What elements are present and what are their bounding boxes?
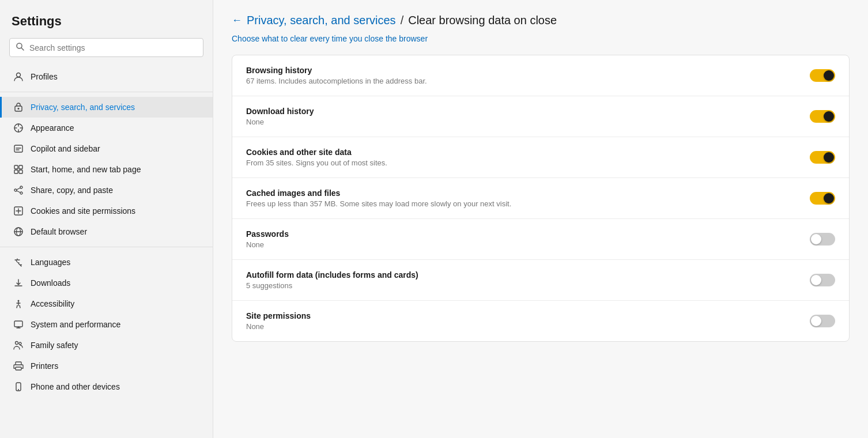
profile-icon [13,71,24,82]
svg-point-20 [19,342,21,345]
breadcrumb-separator: / [401,14,404,27]
setting-row-passwords: PasswordsNone [232,219,849,260]
toggle-browsing-history[interactable] [810,69,835,82]
setting-row-cookies-site-data: Cookies and other site dataFrom 35 sites… [232,137,849,178]
setting-desc: 67 items. Includes autocompletions in th… [246,77,810,85]
setting-title: Site permissions [246,311,810,320]
sidebar-item-appearance[interactable]: Appearance [0,118,213,138]
printer-icon [13,361,24,371]
setting-desc: None [246,322,810,331]
phone-icon [13,382,24,392]
svg-rect-10 [19,170,22,173]
sidebar-item-label: Phone and other devices [31,382,120,391]
toggle-slider [810,69,835,82]
sidebar-item-accessibility[interactable]: Accessibility [0,293,213,314]
sidebar-item-copilot[interactable]: Copilot and sidebar [0,138,213,159]
sidebar-item-label: Privacy, search, and services [31,103,135,112]
setting-desc: From 35 sites. Signs you out of most sit… [246,158,810,167]
sidebar-item-printers[interactable]: Printers [0,356,213,376]
toggle-autofill[interactable] [810,274,835,286]
toggle-slider [810,192,835,205]
sidebar-item-cookies[interactable]: Cookies and site permissions [0,201,213,221]
toggle-site-permissions[interactable] [810,315,835,327]
sidebar-item-label: Default browser [31,227,87,236]
svg-rect-22 [16,367,21,370]
download-icon [13,278,24,288]
svg-rect-21 [16,362,21,365]
breadcrumb-parent[interactable]: Privacy, search, and services [247,14,396,27]
svg-rect-18 [14,321,22,327]
sidebar-item-label: Profiles [31,72,58,81]
sidebar: Settings ProfilesPrivacy, search, and se… [0,0,213,438]
setting-info: Cached images and filesFrees up less tha… [246,188,810,208]
svg-point-2 [17,73,21,77]
sidebar-item-start[interactable]: Start, home, and new tab page [0,159,213,180]
toggle-slider [810,233,835,246]
back-button[interactable]: ← [232,14,242,27]
setting-desc: Frees up less than 357 MB. Some sites ma… [246,199,810,208]
toggle-passwords[interactable] [810,233,835,246]
sidebar-item-label: Languages [31,258,70,267]
sidebar-item-label: Accessibility [31,299,74,308]
sidebar-item-profiles[interactable]: Profiles [0,66,213,87]
accessibility-icon [13,299,24,309]
setting-row-site-permissions: Site permissionsNone [232,301,849,341]
sidebar-item-privacy[interactable]: Privacy, search, and services [0,97,213,118]
toggle-slider [810,110,835,123]
svg-point-11 [20,186,22,188]
sidebar-item-label: System and performance [31,320,120,329]
family-icon [13,340,24,350]
setting-desc: None [246,240,810,249]
subtitle-before: Choose [232,34,262,43]
sidebar-item-downloads[interactable]: Downloads [0,273,213,293]
toggle-cached-images[interactable] [810,192,835,205]
sidebar-item-languages[interactable]: Languages [0,252,213,273]
sidebar-item-default-browser[interactable]: Default browser [0,221,213,242]
breadcrumb: ← Privacy, search, and services / Clear … [232,14,850,27]
svg-line-1 [21,48,24,50]
setting-info: PasswordsNone [246,229,810,249]
svg-point-4 [18,108,20,110]
appearance-icon [13,123,24,133]
sidebar-item-label: Family safety [31,341,78,350]
share-icon [13,185,24,195]
nav-divider [0,92,213,92]
sidebar-item-share[interactable]: Share, copy, and paste [0,180,213,201]
nav-list: ProfilesPrivacy, search, and servicesApp… [0,66,213,397]
privacy-icon [13,102,24,112]
search-icon [16,42,25,53]
search-box[interactable] [9,38,203,57]
setting-title: Download history [246,107,810,116]
svg-rect-8 [19,165,22,169]
toggle-slider [810,274,835,286]
subtitle-link[interactable]: what to clear [262,34,307,43]
setting-row-browsing-history: Browsing history67 items. Includes autoc… [232,55,849,96]
nav-divider [0,247,213,247]
system-icon [13,319,24,330]
setting-row-cached-images: Cached images and filesFrees up less tha… [232,178,849,219]
cookies-icon [13,206,24,216]
setting-desc: 5 suggestions [246,281,810,290]
sidebar-item-family[interactable]: Family safety [0,335,213,356]
search-input[interactable] [29,43,197,52]
sidebar-item-label: Downloads [31,278,70,288]
sidebar-item-label: Cookies and site permissions [31,206,135,216]
setting-desc: None [246,118,810,126]
svg-point-24 [18,389,19,390]
svg-rect-9 [14,170,18,173]
toggle-slider [810,315,835,327]
setting-title: Cached images and files [246,188,810,198]
svg-point-13 [20,192,22,194]
sidebar-item-phone[interactable]: Phone and other devices [0,376,213,397]
app-title: Settings [0,9,213,38]
sidebar-item-label: Appearance [31,123,74,133]
start-icon [13,164,24,175]
setting-title: Autofill form data (includes forms and c… [246,270,810,280]
setting-info: Cookies and other site dataFrom 35 sites… [246,148,810,167]
sidebar-item-system[interactable]: System and performance [0,314,213,335]
settings-card: Browsing history67 items. Includes autoc… [232,55,850,342]
setting-info: Site permissionsNone [246,311,810,331]
setting-title: Cookies and other site data [246,148,810,157]
toggle-cookies-site-data[interactable] [810,151,835,164]
toggle-download-history[interactable] [810,110,835,123]
